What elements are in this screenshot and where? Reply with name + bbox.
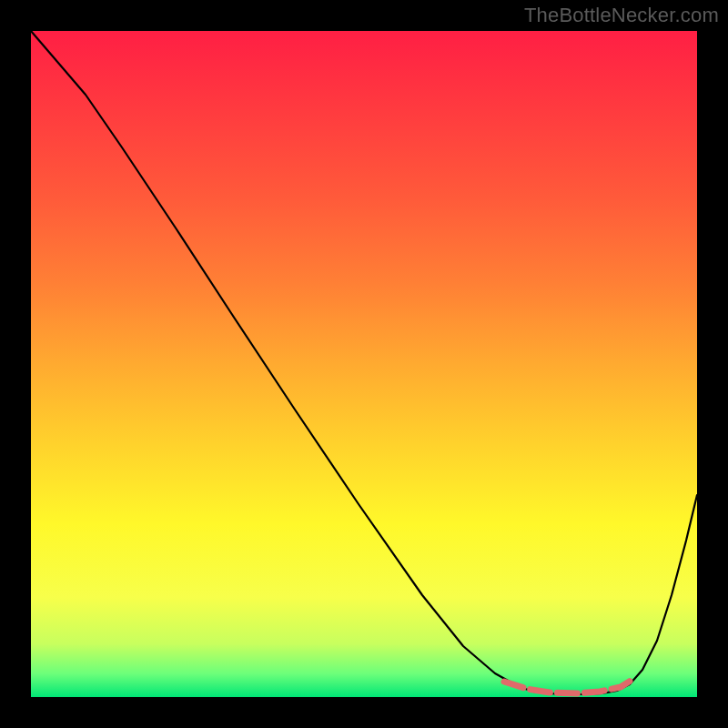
gradient-background (31, 31, 697, 697)
plot-area (31, 31, 697, 697)
chart-container: TheBottleNecker.com (0, 0, 728, 728)
watermark-text: TheBottleNecker.com (524, 4, 719, 27)
plot-svg (31, 31, 697, 697)
